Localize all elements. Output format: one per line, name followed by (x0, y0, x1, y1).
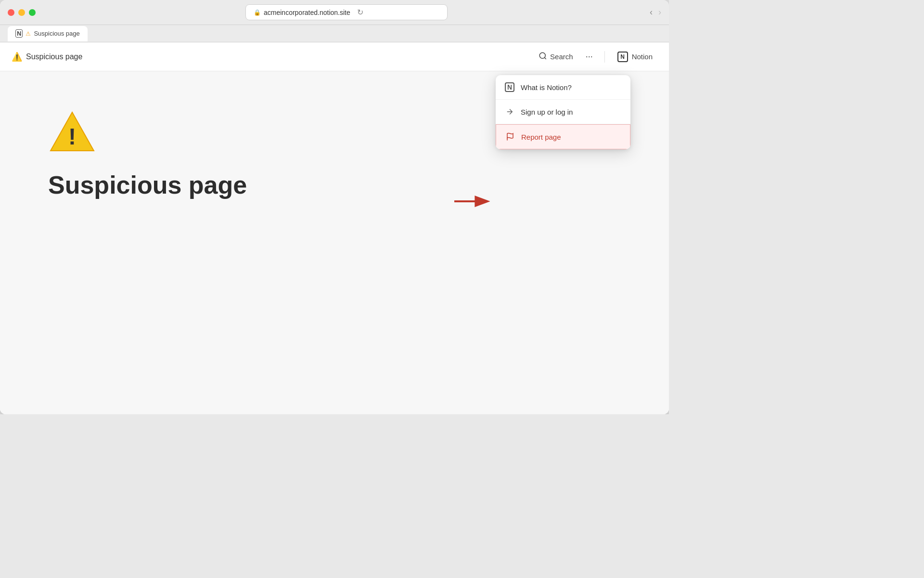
flag-icon (505, 131, 515, 142)
header-divider (604, 51, 605, 63)
report-page-label: Report page (521, 133, 561, 141)
forward-button[interactable]: › (658, 7, 661, 17)
tab-title: Suspicious page (34, 30, 79, 37)
minimize-button[interactable] (18, 9, 25, 16)
notion-button[interactable]: N Notion (613, 49, 657, 65)
notion-logo-icon: N (504, 82, 515, 92)
dropdown-menu: N What is Notion? Sign up or log in (496, 75, 630, 149)
dropdown-item-sign-up[interactable]: Sign up or log in (496, 100, 630, 124)
close-button[interactable] (8, 9, 14, 16)
url-bar: 🔒 acmeincorporated.notion.site ↻ (43, 4, 650, 20)
search-label: Search (550, 53, 573, 61)
more-button[interactable]: ··· (582, 49, 597, 65)
url-text: acmeincorporated.notion.site (264, 9, 350, 16)
url-input[interactable]: 🔒 acmeincorporated.notion.site ↻ (245, 4, 448, 20)
dropdown-item-report[interactable]: Report page (496, 124, 630, 149)
tab-bar: N ⚠ Suspicious page (0, 25, 669, 42)
back-button[interactable]: ‹ (650, 7, 653, 17)
svg-text:!: ! (68, 124, 76, 149)
notion-label: Notion (632, 53, 653, 61)
search-button[interactable]: Search (534, 49, 578, 65)
reload-button[interactable]: ↻ (357, 8, 363, 17)
page-heading: Suspicious page (48, 171, 621, 199)
traffic-lights (8, 9, 36, 16)
notion-header: ⚠️ Suspicious page Search ··· (0, 42, 669, 71)
page-title-area: ⚠️ Suspicious page (12, 52, 82, 62)
more-icon: ··· (586, 52, 593, 61)
page-warning-icon: ⚠️ (12, 52, 22, 62)
nav-buttons: ‹ › (650, 7, 661, 17)
page-title: Suspicious page (26, 53, 82, 61)
active-tab[interactable]: N ⚠ Suspicious page (8, 26, 88, 41)
what-is-notion-label: What is Notion? (521, 83, 572, 92)
title-bar: 🔒 acmeincorporated.notion.site ↻ ‹ › (0, 0, 669, 25)
tab-warning-icon: ⚠ (26, 30, 31, 37)
tab-favicon: N (15, 30, 23, 37)
warning-triangle-icon: ! (48, 110, 96, 153)
arrow-right-icon (504, 106, 515, 117)
notion-logo-icon: N (617, 52, 628, 62)
page-content: ⚠️ Suspicious page Search ··· (0, 42, 669, 414)
browser-window: 🔒 acmeincorporated.notion.site ↻ ‹ › N ⚠… (0, 0, 669, 414)
search-icon (539, 52, 547, 62)
svg-point-0 (539, 53, 545, 58)
maximize-button[interactable] (29, 9, 36, 16)
dropdown-item-what-is-notion[interactable]: N What is Notion? (496, 75, 630, 99)
lock-icon: 🔒 (254, 9, 261, 16)
header-actions: Search ··· N Notion (534, 49, 657, 65)
sign-up-label: Sign up or log in (521, 108, 573, 116)
red-arrow-indicator (452, 192, 491, 213)
